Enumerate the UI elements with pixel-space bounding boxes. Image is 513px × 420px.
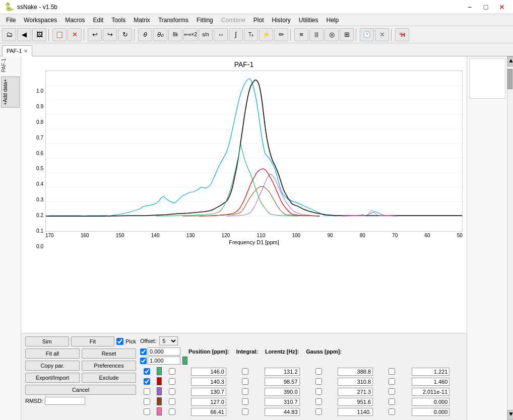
cancel-button[interactable]: Cancel [25, 385, 136, 395]
row-checkbox-3[interactable] [144, 398, 150, 405]
gauss-input-3[interactable] [412, 398, 450, 406]
menu-item-tools[interactable]: Tools [107, 16, 130, 25]
row-checkbox-1[interactable] [144, 378, 150, 385]
position-input-4[interactable] [191, 408, 226, 416]
lorentz-checkbox-1[interactable] [315, 378, 322, 385]
gauss-checkbox-0[interactable] [389, 368, 395, 375]
exclude-button[interactable]: Exclude [82, 373, 136, 383]
tab-paf1[interactable]: PAF-1 ✕ [2, 45, 32, 56]
columns-button[interactable]: ||| [309, 28, 324, 41]
integral-checkbox-4[interactable] [242, 408, 248, 415]
integral-input-1[interactable] [265, 378, 300, 386]
menu-button[interactable]: ≡ [294, 28, 308, 41]
menu-item-fitting[interactable]: Fitting [193, 16, 217, 25]
preferences-button[interactable]: Preferences [82, 361, 136, 371]
fit-all-button[interactable]: Fit all [25, 348, 80, 359]
menu-item-transforms[interactable]: Transforms [154, 16, 193, 25]
refresh-button[interactable]: ↻ [118, 28, 132, 41]
pos-checkbox-1[interactable] [169, 378, 175, 385]
lorentz-input-4[interactable] [338, 408, 373, 416]
minimize-button[interactable]: − [463, 2, 477, 12]
gauss-input-4[interactable] [412, 408, 450, 416]
circle-button[interactable]: ◎ [325, 28, 339, 41]
menu-item-utilities[interactable]: Utilities [295, 16, 323, 25]
integral-input-4[interactable] [265, 408, 300, 416]
multiplier-checkbox[interactable] [140, 358, 147, 364]
gauss-checkbox-1[interactable] [389, 378, 395, 385]
rmsd-input[interactable]: 0.03897 [45, 397, 85, 405]
offset-checkbox[interactable] [140, 348, 147, 355]
lorentz-input-1[interactable] [338, 378, 373, 386]
gauss-input-0[interactable] [412, 368, 450, 376]
menu-item-edit[interactable]: Edit [89, 16, 108, 25]
gauss-input-1[interactable] [412, 378, 450, 386]
maximize-button[interactable]: □ [479, 2, 493, 12]
edit-button[interactable]: ✏ [274, 28, 288, 41]
image-button[interactable]: 🖼 [32, 28, 46, 41]
menu-item-file[interactable]: File [2, 16, 20, 25]
delete-button[interactable]: ✕ [68, 28, 82, 41]
scroll-thumb[interactable] [507, 69, 512, 89]
sim-button[interactable]: Sim [25, 336, 69, 346]
position-input-1[interactable] [191, 378, 226, 386]
theta0-button[interactable]: θ₀ [153, 28, 167, 41]
pos-checkbox-4[interactable] [169, 408, 175, 415]
integral-button[interactable]: ∫ [229, 28, 243, 41]
position-input-2[interactable] [191, 388, 226, 396]
menu-item-macros[interactable]: Macros [61, 16, 89, 25]
open-workspace-button[interactable]: 🗂 [2, 28, 16, 41]
copy-par-button[interactable]: Copy par. [25, 361, 80, 371]
integral-input-2[interactable] [265, 388, 300, 396]
pick-checkbox[interactable] [116, 338, 123, 345]
plot-area[interactable] [45, 71, 463, 232]
stop-button[interactable]: ✕ [375, 28, 389, 41]
clock-button[interactable]: 🕐 [360, 28, 374, 41]
sn-button[interactable]: s/n [199, 28, 213, 41]
pos-checkbox-3[interactable] [169, 398, 175, 405]
tab-close[interactable]: ✕ [24, 48, 28, 54]
offset-value-input[interactable] [148, 347, 180, 356]
export-import-button[interactable]: Export/Import [25, 373, 80, 383]
lorentz-input-0[interactable] [338, 368, 373, 376]
pos-checkbox-2[interactable] [169, 388, 175, 395]
multiplier-value-input[interactable] [148, 357, 180, 365]
lorentz-input-2[interactable] [338, 388, 373, 396]
menu-item-workspaces[interactable]: Workspaces [20, 16, 61, 25]
lorentz-checkbox-0[interactable] [315, 368, 322, 375]
row-checkbox-2[interactable] [144, 388, 150, 395]
t1-button[interactable]: T₁ [244, 28, 258, 41]
8k-button[interactable]: 8k [168, 28, 182, 41]
row-checkbox-4[interactable] [144, 408, 150, 415]
lorentz-checkbox-2[interactable] [315, 388, 322, 395]
fit-width-button[interactable]: ↔ [214, 28, 228, 41]
offset-select[interactable]: 1 2 3 4 5 6 7 8 9 10 [159, 336, 178, 345]
fit-button[interactable]: Fit [71, 336, 115, 346]
proton-button[interactable]: ¹H [395, 28, 409, 41]
scroll-up[interactable]: ▲ [507, 56, 513, 66]
menu-item-matrix[interactable]: Matrix [130, 16, 154, 25]
undo-button[interactable]: ↩ [88, 28, 102, 41]
menu-item-help[interactable]: Help [323, 16, 343, 25]
position-input-0[interactable] [191, 368, 226, 376]
lorentz-checkbox-3[interactable] [315, 398, 322, 405]
theta-button[interactable]: θ [138, 28, 152, 41]
scroll-down[interactable]: ▼ [507, 410, 513, 420]
gauss-checkbox-3[interactable] [389, 398, 395, 405]
integral-input-0[interactable] [265, 368, 300, 376]
pos-checkbox-0[interactable] [169, 368, 175, 375]
integral-input-3[interactable] [265, 398, 300, 406]
lorentz-checkbox-4[interactable] [315, 408, 322, 415]
gauss-checkbox-2[interactable] [389, 388, 395, 395]
row-checkbox-0[interactable] [144, 368, 150, 375]
expand-button[interactable]: ⟺×2 [183, 28, 198, 41]
grid-button[interactable]: ⊞ [340, 28, 354, 41]
menu-item-history[interactable]: History [268, 16, 295, 25]
add-data-button[interactable]: +Add data+ [1, 77, 20, 108]
position-input-3[interactable] [191, 398, 226, 406]
lambda-button[interactable]: ⚡ [259, 28, 273, 41]
lorentz-input-3[interactable] [338, 398, 373, 406]
back-button[interactable]: ◀ [17, 28, 31, 41]
gauss-checkbox-4[interactable] [389, 408, 395, 415]
close-button[interactable]: ✕ [495, 2, 509, 12]
menu-item-plot[interactable]: Plot [249, 16, 268, 25]
